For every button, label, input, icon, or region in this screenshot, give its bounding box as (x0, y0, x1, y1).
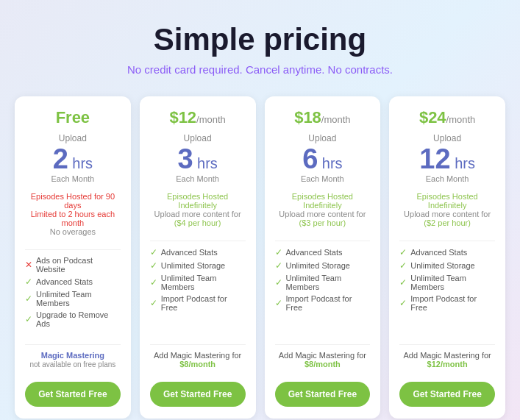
feature-top-line2: Upload more content for (275, 210, 371, 218)
feature-top-line3: ($3 per hour) (275, 218, 371, 227)
feature-list-basic: ✓Advanced Stats✓Unlimited Storage✓Unlimi… (150, 247, 246, 331)
upload-label: Upload (399, 133, 495, 143)
page-title: Simple pricing (154, 22, 366, 57)
magic-section-basic: Add Magic Mastering for $8/month (150, 351, 246, 373)
check-icon: ✓ (150, 277, 157, 288)
upload-section-basic: Upload 3 hrs Each Month (150, 133, 246, 183)
check-icon: ✓ (399, 277, 407, 288)
magic-price: $8/month (304, 360, 341, 369)
upload-section-standard: Upload 6 hrs Each Month (275, 133, 371, 183)
feature-item: ✓Import Podcast for Free (275, 294, 371, 312)
upload-label: Upload (150, 133, 246, 143)
upload-label: Upload (275, 133, 371, 143)
cross-icon: ✕ (25, 260, 32, 270)
card-divider (399, 241, 495, 241)
feature-item: ✓Unlimited Team Members (25, 290, 121, 307)
price-amount: $12 (169, 108, 196, 127)
upload-unit: hrs (193, 155, 218, 171)
feature-item: ✓Advanced Stats (25, 277, 121, 287)
check-icon: ✓ (275, 298, 282, 308)
check-icon: ✓ (399, 247, 407, 257)
feature-item: ✓Unlimited Team Members (275, 274, 371, 291)
upload-unit: hrs (318, 155, 342, 171)
feature-top-line1: Episodes Hosted Indefinitely (275, 192, 371, 210)
feature-list-pro: ✓Advanced Stats✓Unlimited Storage✓Unlimi… (399, 247, 495, 331)
feature-item: ✓Upgrade to Remove Ads (25, 310, 121, 328)
feature-text: Upgrade to Remove Ads (36, 310, 121, 328)
feature-item: ✕Ads on Podcast Website (25, 256, 121, 274)
feature-top-line3: ($2 per hour) (399, 218, 495, 227)
feature-text: Unlimited Storage (410, 261, 474, 270)
card-divider-2 (399, 344, 495, 345)
plan-card-free: Free Upload 2 hrs Each Month Episodes Ho… (15, 96, 131, 419)
feature-text: Unlimited Team Members (286, 274, 371, 291)
feature-item: ✓Unlimited Storage (275, 260, 371, 271)
feature-item: ✓Unlimited Storage (150, 260, 246, 271)
magic-price: $12/month (427, 360, 468, 369)
get-started-button-free[interactable]: Get Started Free (25, 382, 121, 407)
feature-item: ✓Import Podcast for Free (399, 294, 495, 312)
magic-prefix-text: Add Magic Mastering for (404, 351, 491, 360)
feature-item: ✓Unlimited Team Members (150, 274, 246, 291)
upload-hours: 2 hrs (53, 143, 93, 174)
card-divider-2 (150, 344, 246, 345)
each-month-label: Each Month (399, 174, 495, 183)
feature-top-line2: Upload more content for (150, 210, 246, 218)
magic-section-pro: Add Magic Mastering for $12/month (399, 351, 495, 373)
plan-card-basic: $12/month Upload 3 hrs Each Month Episod… (140, 96, 256, 419)
feature-top-line3: No overages (25, 227, 121, 236)
feature-list-free: ✕Ads on Podcast Website✓Advanced Stats✓U… (25, 256, 121, 331)
check-icon: ✓ (150, 260, 157, 271)
magic-note: not available on free plans (30, 360, 116, 369)
price-period: /month (446, 114, 476, 125)
feature-item: ✓Advanced Stats (399, 247, 495, 257)
check-icon: ✓ (275, 260, 282, 271)
magic-price: $8/month (179, 360, 216, 369)
get-started-button-standard[interactable]: Get Started Free (275, 382, 371, 407)
feature-text: Advanced Stats (410, 248, 467, 257)
check-icon: ✓ (150, 247, 157, 257)
check-icon: ✓ (25, 293, 32, 304)
plan-card-pro: $24/month Upload 12 hrs Each Month Episo… (389, 96, 505, 419)
upload-unit: hrs (68, 155, 93, 171)
check-icon: ✓ (25, 314, 32, 324)
feature-item: ✓Import Podcast for Free (150, 294, 246, 312)
each-month-label: Each Month (275, 174, 371, 183)
get-started-button-basic[interactable]: Get Started Free (150, 382, 246, 407)
feature-text: Unlimited Storage (286, 261, 350, 270)
feature-top-line2: Upload more content for (399, 210, 495, 218)
price-amount: Free (56, 108, 90, 127)
check-icon: ✓ (150, 298, 157, 308)
feature-text: Unlimited Team Members (410, 274, 495, 291)
card-divider (150, 241, 246, 241)
upload-label: Upload (25, 133, 121, 143)
check-icon: ✓ (275, 247, 282, 257)
feature-item: ✓Unlimited Team Members (399, 274, 495, 291)
feature-top-line1: Episodes Hosted Indefinitely (399, 192, 495, 210)
feature-text: Advanced Stats (286, 248, 343, 257)
price-amount: $18 (294, 108, 321, 127)
plan-price-standard: $18/month (275, 110, 371, 126)
feature-top-line2: Limited to 2 hours each month (25, 210, 121, 227)
feature-text: Import Podcast for Free (286, 294, 371, 312)
get-started-button-pro[interactable]: Get Started Free (399, 382, 495, 407)
pricing-cards: Free Upload 2 hrs Each Month Episodes Ho… (15, 96, 505, 419)
features-top-standard: Episodes Hosted IndefinitelyUpload more … (275, 192, 371, 227)
card-divider-2 (275, 344, 371, 345)
check-icon: ✓ (399, 298, 407, 308)
feature-text: Import Podcast for Free (161, 294, 246, 312)
feature-text: Unlimited Storage (161, 261, 225, 270)
features-top-pro: Episodes Hosted IndefinitelyUpload more … (399, 192, 495, 227)
feature-top-line1: Episodes Hosted for 90 days (25, 192, 121, 210)
card-divider (275, 241, 371, 241)
each-month-label: Each Month (150, 174, 246, 183)
feature-text: Advanced Stats (36, 277, 93, 286)
feature-text: Advanced Stats (161, 248, 218, 257)
magic-unavailable-label: Magic Mastering (25, 351, 121, 360)
card-divider (25, 249, 121, 250)
features-top-free: Episodes Hosted for 90 daysLimited to 2 … (25, 192, 121, 236)
check-icon: ✓ (275, 277, 282, 288)
card-divider-2 (25, 344, 121, 345)
upload-section-pro: Upload 12 hrs Each Month (399, 133, 495, 183)
check-icon: ✓ (25, 277, 32, 287)
